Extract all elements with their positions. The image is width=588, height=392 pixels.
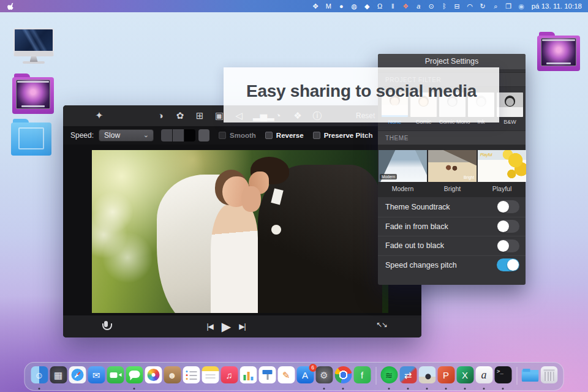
vmware[interactable]: ⇄	[399, 364, 418, 390]
theme-thumbnail[interactable]: Modern	[379, 150, 427, 182]
desktop-icon-screenshots-folder-2[interactable]	[537, 32, 580, 71]
checkbox-box[interactable]	[265, 132, 273, 139]
feedly[interactable]: f	[353, 364, 372, 390]
notes[interactable]	[201, 364, 220, 390]
siri-icon[interactable]: ◉	[515, 0, 528, 12]
color-palette-icon[interactable]: ✿	[175, 105, 186, 126]
app-store[interactable]: A6	[296, 364, 315, 390]
dock-icon[interactable]: P	[437, 366, 454, 383]
spotify[interactable]: ≋	[380, 364, 399, 390]
keynote[interactable]	[258, 364, 277, 390]
dock-icon[interactable]: f	[353, 366, 371, 383]
screenshot-app[interactable]	[418, 364, 437, 390]
preserve-pitch-checkbox[interactable]: Preserve Pitch	[313, 132, 373, 139]
menu-bar-clock[interactable]: pá 13. 11. 10:18	[532, 2, 582, 10]
dock-icon[interactable]	[521, 366, 538, 383]
theme-thumbnail[interactable]: Playful	[478, 150, 526, 182]
spotlight-icon[interactable]: ⌕	[489, 0, 502, 12]
theme-bright[interactable]: Bright Bright	[428, 150, 477, 197]
terminal[interactable]: >_	[494, 364, 513, 390]
shield-icon[interactable]: ◆	[361, 0, 374, 12]
dock-icon[interactable]	[183, 366, 200, 383]
play-button[interactable]: ▶	[222, 319, 230, 334]
dock-icon[interactable]: ☻	[164, 366, 181, 383]
facetime[interactable]	[106, 364, 125, 390]
toggle-switch[interactable]	[497, 220, 519, 233]
finder[interactable]: ☺	[30, 364, 49, 390]
messages[interactable]	[125, 364, 144, 390]
annotate-icon[interactable]: a	[412, 0, 425, 12]
speed-10[interactable]	[161, 129, 172, 141]
dock-icon[interactable]	[334, 366, 352, 383]
previous-frame-button[interactable]: |◀	[207, 322, 213, 331]
desktop-icon-screenshots-folder[interactable]	[12, 74, 54, 114]
mail[interactable]: ✉	[87, 364, 106, 390]
fullscreen-icon[interactable]: ↖↘	[376, 320, 387, 329]
disk-icon[interactable]: ◍	[348, 0, 361, 12]
pages[interactable]: ✎	[277, 364, 296, 390]
excel[interactable]: X	[456, 364, 475, 390]
dock-icon[interactable]: ⚙	[315, 366, 333, 383]
toggle-switch[interactable]	[497, 200, 519, 213]
dock-icon[interactable]	[239, 366, 257, 383]
next-frame-button[interactable]: ▶|	[239, 322, 245, 331]
dock-icon[interactable]	[107, 366, 124, 383]
fast-user-icon[interactable]: ❐	[502, 0, 515, 12]
toggle-switch[interactable]	[497, 258, 519, 271]
checkbox-box[interactable]	[219, 132, 226, 139]
flame-icon[interactable]: ❖	[399, 0, 412, 12]
downloads-folder[interactable]	[521, 364, 540, 390]
dock-icon[interactable]	[418, 366, 435, 383]
dock-icon[interactable]: ⇄	[399, 366, 417, 383]
microphone-icon[interactable]	[101, 321, 111, 332]
dock-icon[interactable]	[202, 366, 219, 383]
video-preview[interactable]	[92, 150, 388, 313]
annotate-app[interactable]: a	[475, 364, 494, 390]
desktop-icon-blue-folder[interactable]	[11, 119, 51, 156]
photos[interactable]	[144, 364, 163, 390]
dock-icon[interactable]	[69, 366, 86, 383]
dock-icon[interactable]: ✉	[88, 366, 105, 383]
color-balance-icon[interactable]: ◑	[155, 105, 166, 126]
dock-icon[interactable]: ✎	[277, 366, 295, 383]
reverse-checkbox[interactable]: Reverse	[265, 132, 304, 139]
dock-icon[interactable]	[126, 366, 143, 383]
contacts[interactable]: ☻	[163, 364, 182, 390]
trash[interactable]	[540, 364, 559, 390]
launchpad[interactable]: ▦	[49, 364, 68, 390]
filter-thumbnail[interactable]	[497, 92, 523, 117]
speed-50[interactable]	[184, 129, 195, 141]
smooth-checkbox[interactable]: Smooth	[219, 132, 256, 139]
dock-icon[interactable]: ♫	[221, 366, 238, 383]
reminders[interactable]	[182, 364, 201, 390]
dock-icon[interactable]: ≋	[380, 366, 398, 383]
crop-icon[interactable]: ⊞	[194, 105, 205, 126]
music[interactable]: ♫	[220, 364, 239, 390]
theme-modern[interactable]: Modern Modern	[379, 150, 427, 197]
system-preferences[interactable]: ⚙	[315, 364, 334, 390]
gmail-icon[interactable]: M	[322, 0, 335, 12]
speed-25[interactable]	[173, 129, 184, 141]
dock-icon[interactable]	[540, 366, 557, 383]
enhance-icon[interactable]: ✦	[94, 105, 105, 126]
checkbox-box[interactable]	[313, 132, 320, 139]
dropbox-icon[interactable]: ✥	[309, 0, 322, 12]
speed-preset-dropdown[interactable]: Slow	[99, 129, 154, 141]
apple-menu-icon[interactable]	[7, 2, 15, 10]
dock-icon[interactable]	[258, 366, 276, 383]
theme-thumbnail[interactable]: Bright	[428, 150, 477, 182]
dock-icon[interactable]: X	[456, 366, 473, 383]
play-circle-icon[interactable]: ⊙	[425, 0, 438, 12]
sphere-icon[interactable]: ●	[335, 0, 348, 12]
toggle-switch[interactable]	[497, 239, 519, 252]
dock-icon[interactable]: >_	[494, 366, 511, 383]
powerpoint[interactable]: P	[437, 364, 456, 390]
safari[interactable]	[68, 364, 87, 390]
numbers[interactable]	[239, 364, 258, 390]
speed-auto[interactable]	[198, 129, 209, 141]
desktop-icon-imac[interactable]	[13, 28, 54, 64]
dock-icon[interactable]: ▦	[50, 366, 67, 383]
chrome[interactable]	[334, 364, 353, 390]
filter-bw[interactable]: B&W	[497, 92, 523, 125]
wifi-icon[interactable]: ◠	[464, 0, 477, 12]
